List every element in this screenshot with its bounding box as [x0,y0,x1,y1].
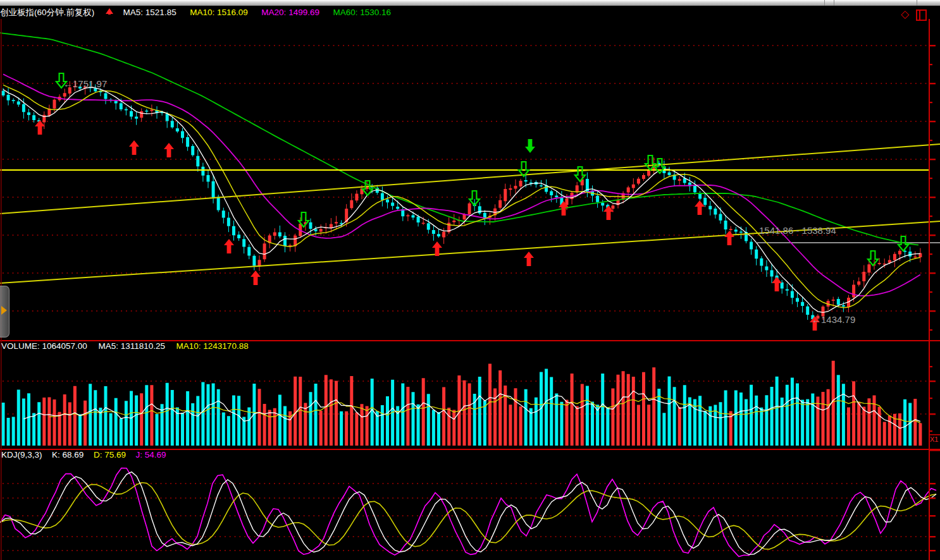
kdj-d-value: 75.69 [104,450,126,460]
ma5-label: MA5: [123,8,144,17]
low-price-annotation: ←1434.79 [812,314,855,325]
kdj-indicator-lines [0,468,936,557]
volume-label: VOLUME: [1,341,40,351]
candlestick-series [2,80,922,322]
peak-price-annotation: ←1751.97 [63,78,107,89]
flyout-arrow-icon [1,306,7,315]
volume-value: 1064057.00 [42,341,87,351]
ma60-value: 1530.16 [360,8,391,17]
ma20-value: 1499.69 [288,8,319,17]
volume-ma10-value: 1243170.88 [203,341,248,351]
axis-corner-label[interactable]: X1 [930,435,938,443]
volume-ma5-label: MA5: [98,341,118,351]
kdj-pane-header: KDJ(9,3,3) K: 68.69 D: 75.69 J: 54.69 [1,450,166,460]
ma5-value: 1521.85 [145,8,176,17]
kdj-label: KDJ(9,3,3) [1,450,42,460]
gap-price-annotation: 1541.86 - 1538.94 [759,225,836,236]
ma20-label: MA20: [261,8,286,17]
trading-app-window: 创业板指(60分钟.前复权) MA5: 1521.85 MA10: 1516.0… [0,0,940,560]
kdj-k-label: K: [52,450,60,460]
trend-up-icon-stem [108,10,111,15]
sidebar-flyout-handle[interactable] [0,286,9,338]
ma60-label: MA60: [333,8,357,17]
kdj-j-label: J: [136,450,143,460]
ma10-label: MA10: [190,8,214,17]
ma-overlay-lines [0,33,920,312]
chart-canvas[interactable] [0,0,940,560]
axis-and-separators [0,6,940,560]
kdj-d-label: D: [94,450,102,460]
kdj-k-value: 68.69 [63,450,84,460]
kdj-j-value: 54.69 [145,450,166,460]
restore-window-icon[interactable] [916,9,927,21]
volume-ma5-value: 1311810.25 [121,341,165,351]
instrument-title: 创业板指(60分钟.前复权) [0,8,94,17]
ma10-value: 1516.09 [217,8,248,17]
volume-ma10-label: MA10: [176,341,201,351]
volume-pane-header: VOLUME: 1064057.00 MA5: 1311810.25 MA10:… [1,341,249,351]
volume-bars [2,361,922,446]
diamond-icon[interactable]: ◇ [901,9,909,20]
main-chart-header: 创业板指(60分钟.前复权) MA5: 1521.85 MA10: 1516.0… [0,6,940,19]
